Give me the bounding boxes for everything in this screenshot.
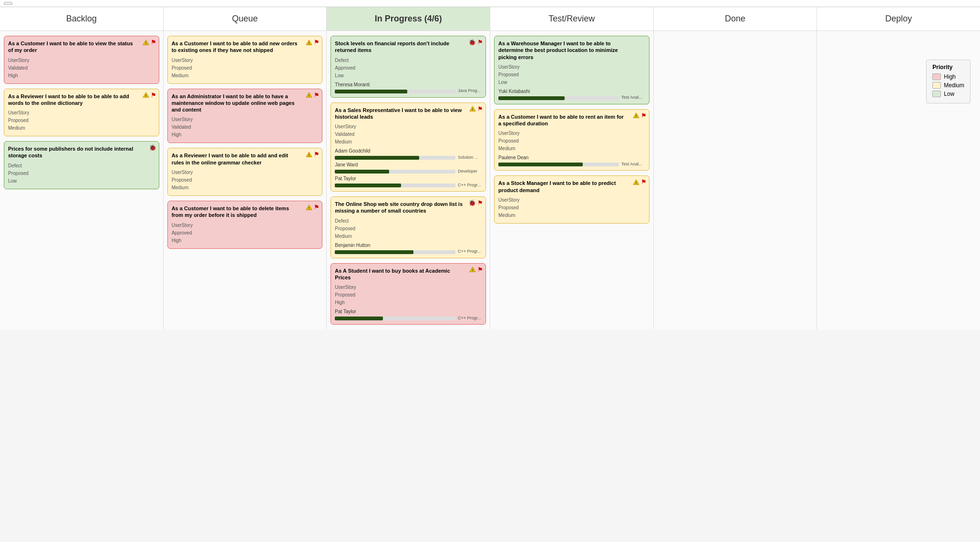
progress-bar-container	[335, 250, 455, 254]
column-header: Test/Review	[490, 7, 653, 31]
card-title: The Online Shop web site country drop do…	[335, 201, 482, 215]
card-assignee: Adam Goodchild	[335, 148, 482, 153]
column-header: Backlog	[0, 7, 163, 31]
kanban-card[interactable]: As a Warehouse Manager I want to be able…	[494, 36, 650, 104]
card-priority: Medium	[498, 212, 645, 219]
card-meta: UserStory Proposed Low	[498, 63, 645, 86]
progress-row: C++ Progr...	[335, 182, 482, 187]
svg-text:!: !	[309, 153, 310, 157]
column-header: In Progress (4/6)	[327, 7, 490, 31]
flag-icon: ⚑	[151, 92, 156, 99]
progress-text: Test Anal...	[621, 95, 645, 100]
kanban-card[interactable]: 🐞 Prices for some publishers do not incl…	[4, 141, 159, 189]
legend-label: Low	[944, 91, 954, 97]
card-title: As A Student I want to buy books at Acad…	[335, 267, 482, 281]
card-type: Defect	[335, 57, 482, 64]
column-backlog: Backlog ! ⚑ As a Customer I want to be a…	[0, 7, 164, 329]
kanban-card[interactable]: ! ⚑ As a Sales Representative I want to …	[330, 102, 486, 192]
column-header: Done	[654, 7, 817, 31]
column-body: ! ⚑ As a Customer I want to be able to v…	[0, 31, 163, 329]
progress-row: C++ Progr...	[335, 249, 482, 254]
card-meta: UserStory Proposed Medium	[8, 109, 155, 132]
card-icons: ! ⚑	[306, 92, 320, 99]
kanban-card[interactable]: ! ⚑ As a Customer I want to be able to v…	[4, 36, 159, 84]
warning-icon: !	[306, 39, 312, 46]
card-status: Validated	[172, 123, 319, 131]
card-icons: ! ⚑	[306, 39, 320, 46]
card-type: UserStory	[172, 222, 319, 229]
card-title: As a Reviewer I want to be able to add a…	[172, 152, 319, 166]
card-icons: ! ⚑	[469, 266, 483, 273]
card-priority: Medium	[172, 184, 319, 192]
kanban-card[interactable]: ! ⚑ As a Reviewer I want to be able to b…	[4, 89, 159, 137]
card-title: As a Stock Manager I want to be able to …	[498, 180, 645, 194]
card-status: Proposed	[172, 176, 319, 184]
card-status: Proposed	[8, 117, 155, 124]
flag-icon: ⚑	[641, 178, 647, 185]
column-testreview: Test/Review As a Warehouse Manager I wan…	[490, 7, 654, 329]
bug-icon: 🐞	[149, 144, 156, 151]
card-meta: UserStory Approved High	[172, 222, 319, 245]
card-title: As a Customer I want to be able to delet…	[172, 205, 319, 219]
card-title: Stock levels on financial reports don't …	[335, 40, 482, 54]
card-priority: High	[172, 131, 319, 139]
card-status: Validated	[8, 64, 155, 72]
kanban-card[interactable]: ! ⚑ As an Administrator I want to be abl…	[167, 89, 323, 143]
card-meta: Defect Proposed Medium	[335, 217, 482, 240]
card-icons: 🐞	[149, 144, 156, 151]
progress-bar-container	[335, 170, 455, 174]
card-status: Proposed	[172, 64, 319, 72]
card-icons: ! ⚑	[143, 39, 156, 46]
warning-icon: !	[143, 39, 149, 46]
progress-bar-container	[335, 184, 455, 187]
progress-row: C++ Progr...	[335, 315, 482, 320]
flag-icon: ⚑	[314, 92, 320, 99]
flag-icon: ⚑	[477, 199, 483, 206]
workflow-tab[interactable]	[4, 2, 12, 5]
progress-text: Java Prog...	[458, 88, 482, 93]
card-priority: High	[8, 72, 155, 80]
svg-text:!: !	[145, 93, 146, 98]
card-priority: Low	[8, 177, 155, 185]
card-type: Defect	[8, 162, 155, 170]
card-status: Proposed	[498, 204, 645, 212]
legend-item: Medium	[932, 82, 964, 89]
warning-icon: !	[143, 92, 149, 98]
svg-text:!: !	[472, 107, 474, 112]
kanban-card[interactable]: ! ⚑ As a Reviewer I want to be able to a…	[167, 148, 323, 196]
bug-icon: 🐞	[468, 39, 476, 46]
flag-icon: ⚑	[314, 204, 320, 211]
progress-bar-container	[335, 317, 455, 320]
flag-icon: ⚑	[477, 266, 483, 273]
svg-text:!: !	[472, 268, 474, 273]
legend-color	[932, 82, 941, 89]
kanban-card[interactable]: ! ⚑ As a Stock Manager I want to be able…	[494, 175, 650, 224]
svg-text:!: !	[145, 41, 146, 45]
card-type: UserStory	[498, 63, 645, 71]
progress-row: Test Anal...	[498, 95, 645, 100]
progress-text: Solution ...	[458, 155, 482, 160]
kanban-card[interactable]: ! ⚑ As A Student I want to buy books at …	[330, 263, 486, 325]
kanban-card[interactable]: ! ⚑ As a Customer I want to be able to a…	[167, 36, 323, 84]
flag-icon: ⚑	[477, 39, 483, 46]
card-icons: ! ⚑	[633, 112, 647, 119]
card-icons: ! ⚑	[469, 105, 483, 112]
progress-bar-fill	[335, 184, 401, 187]
card-type: UserStory	[8, 109, 155, 117]
kanban-card[interactable]: ! ⚑ As a Customer I want to be able to r…	[494, 109, 650, 171]
warning-icon: !	[633, 179, 640, 185]
card-assignee: Paulene Dean	[498, 155, 645, 160]
flag-icon: ⚑	[151, 39, 156, 46]
card-icons: ! ⚑	[143, 92, 156, 99]
kanban-card[interactable]: ! ⚑ As a Customer I want to be able to d…	[167, 201, 323, 249]
card-meta: UserStory Proposed Medium	[172, 57, 319, 80]
bug-icon: 🐞	[468, 199, 476, 206]
kanban-card[interactable]: 🐞⚑ The Online Shop web site country drop…	[330, 196, 486, 258]
warning-icon: !	[469, 105, 476, 112]
kanban-card[interactable]: 🐞⚑ Stock levels on financial reports don…	[330, 36, 486, 98]
card-meta: UserStory Validated High	[8, 57, 155, 80]
progress-bar-container	[335, 156, 455, 160]
legend-label: Medium	[944, 82, 964, 89]
card-status: Approved	[172, 229, 319, 237]
card-priority: Low	[498, 79, 645, 86]
